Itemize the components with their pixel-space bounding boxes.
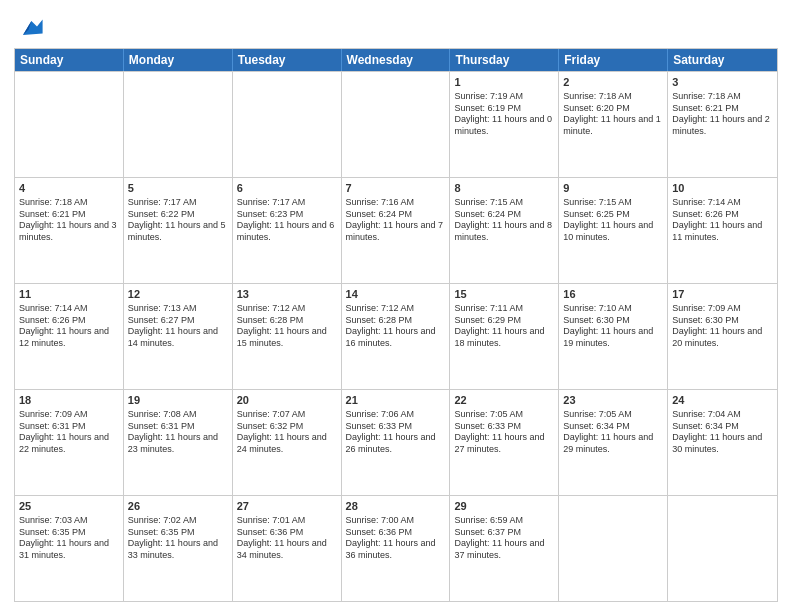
day-cell-empty [124, 72, 233, 177]
day-info: Sunrise: 7:09 AM Sunset: 6:31 PM Dayligh… [19, 409, 119, 456]
header-day-thursday: Thursday [450, 49, 559, 71]
day-info: Sunrise: 7:17 AM Sunset: 6:22 PM Dayligh… [128, 197, 228, 244]
day-cell-7: 7Sunrise: 7:16 AM Sunset: 6:24 PM Daylig… [342, 178, 451, 283]
day-info: Sunrise: 7:12 AM Sunset: 6:28 PM Dayligh… [237, 303, 337, 350]
day-number: 7 [346, 181, 446, 196]
logo [14, 14, 44, 42]
day-cell-23: 23Sunrise: 7:05 AM Sunset: 6:34 PM Dayli… [559, 390, 668, 495]
day-number: 26 [128, 499, 228, 514]
calendar-header-row: SundayMondayTuesdayWednesdayThursdayFrid… [15, 49, 777, 71]
day-cell-28: 28Sunrise: 7:00 AM Sunset: 6:36 PM Dayli… [342, 496, 451, 601]
week-row-2: 4Sunrise: 7:18 AM Sunset: 6:21 PM Daylig… [15, 177, 777, 283]
day-info: Sunrise: 7:15 AM Sunset: 6:25 PM Dayligh… [563, 197, 663, 244]
header-day-tuesday: Tuesday [233, 49, 342, 71]
day-cell-3: 3Sunrise: 7:18 AM Sunset: 6:21 PM Daylig… [668, 72, 777, 177]
day-cell-empty [342, 72, 451, 177]
day-cell-empty [233, 72, 342, 177]
week-row-5: 25Sunrise: 7:03 AM Sunset: 6:35 PM Dayli… [15, 495, 777, 601]
header-day-monday: Monday [124, 49, 233, 71]
day-cell-18: 18Sunrise: 7:09 AM Sunset: 6:31 PM Dayli… [15, 390, 124, 495]
calendar-page: SundayMondayTuesdayWednesdayThursdayFrid… [0, 0, 792, 612]
day-info: Sunrise: 7:10 AM Sunset: 6:30 PM Dayligh… [563, 303, 663, 350]
day-cell-empty [15, 72, 124, 177]
day-info: Sunrise: 7:03 AM Sunset: 6:35 PM Dayligh… [19, 515, 119, 562]
day-number: 17 [672, 287, 773, 302]
day-cell-5: 5Sunrise: 7:17 AM Sunset: 6:22 PM Daylig… [124, 178, 233, 283]
header-day-sunday: Sunday [15, 49, 124, 71]
day-cell-27: 27Sunrise: 7:01 AM Sunset: 6:36 PM Dayli… [233, 496, 342, 601]
day-info: Sunrise: 7:02 AM Sunset: 6:35 PM Dayligh… [128, 515, 228, 562]
day-number: 19 [128, 393, 228, 408]
day-cell-9: 9Sunrise: 7:15 AM Sunset: 6:25 PM Daylig… [559, 178, 668, 283]
day-cell-14: 14Sunrise: 7:12 AM Sunset: 6:28 PM Dayli… [342, 284, 451, 389]
header-day-friday: Friday [559, 49, 668, 71]
day-cell-25: 25Sunrise: 7:03 AM Sunset: 6:35 PM Dayli… [15, 496, 124, 601]
day-info: Sunrise: 7:14 AM Sunset: 6:26 PM Dayligh… [672, 197, 773, 244]
day-cell-12: 12Sunrise: 7:13 AM Sunset: 6:27 PM Dayli… [124, 284, 233, 389]
day-number: 14 [346, 287, 446, 302]
day-cell-16: 16Sunrise: 7:10 AM Sunset: 6:30 PM Dayli… [559, 284, 668, 389]
day-info: Sunrise: 7:16 AM Sunset: 6:24 PM Dayligh… [346, 197, 446, 244]
day-info: Sunrise: 7:05 AM Sunset: 6:34 PM Dayligh… [563, 409, 663, 456]
day-info: Sunrise: 7:15 AM Sunset: 6:24 PM Dayligh… [454, 197, 554, 244]
day-number: 1 [454, 75, 554, 90]
day-info: Sunrise: 7:11 AM Sunset: 6:29 PM Dayligh… [454, 303, 554, 350]
day-number: 3 [672, 75, 773, 90]
day-number: 5 [128, 181, 228, 196]
day-info: Sunrise: 7:06 AM Sunset: 6:33 PM Dayligh… [346, 409, 446, 456]
day-cell-22: 22Sunrise: 7:05 AM Sunset: 6:33 PM Dayli… [450, 390, 559, 495]
day-number: 10 [672, 181, 773, 196]
day-number: 2 [563, 75, 663, 90]
day-number: 4 [19, 181, 119, 196]
day-number: 21 [346, 393, 446, 408]
day-cell-29: 29Sunrise: 6:59 AM Sunset: 6:37 PM Dayli… [450, 496, 559, 601]
day-cell-24: 24Sunrise: 7:04 AM Sunset: 6:34 PM Dayli… [668, 390, 777, 495]
day-info: Sunrise: 7:13 AM Sunset: 6:27 PM Dayligh… [128, 303, 228, 350]
day-number: 11 [19, 287, 119, 302]
day-info: Sunrise: 7:18 AM Sunset: 6:21 PM Dayligh… [19, 197, 119, 244]
week-row-3: 11Sunrise: 7:14 AM Sunset: 6:26 PM Dayli… [15, 283, 777, 389]
day-number: 23 [563, 393, 663, 408]
day-number: 16 [563, 287, 663, 302]
day-cell-10: 10Sunrise: 7:14 AM Sunset: 6:26 PM Dayli… [668, 178, 777, 283]
svg-marker-0 [23, 20, 43, 35]
day-info: Sunrise: 7:09 AM Sunset: 6:30 PM Dayligh… [672, 303, 773, 350]
day-cell-4: 4Sunrise: 7:18 AM Sunset: 6:21 PM Daylig… [15, 178, 124, 283]
day-info: Sunrise: 7:12 AM Sunset: 6:28 PM Dayligh… [346, 303, 446, 350]
day-cell-1: 1Sunrise: 7:19 AM Sunset: 6:19 PM Daylig… [450, 72, 559, 177]
day-number: 20 [237, 393, 337, 408]
day-number: 24 [672, 393, 773, 408]
day-number: 18 [19, 393, 119, 408]
day-cell-19: 19Sunrise: 7:08 AM Sunset: 6:31 PM Dayli… [124, 390, 233, 495]
day-cell-20: 20Sunrise: 7:07 AM Sunset: 6:32 PM Dayli… [233, 390, 342, 495]
day-cell-empty [559, 496, 668, 601]
day-number: 8 [454, 181, 554, 196]
calendar: SundayMondayTuesdayWednesdayThursdayFrid… [14, 48, 778, 602]
day-number: 15 [454, 287, 554, 302]
day-number: 25 [19, 499, 119, 514]
calendar-body: 1Sunrise: 7:19 AM Sunset: 6:19 PM Daylig… [15, 71, 777, 601]
day-info: Sunrise: 6:59 AM Sunset: 6:37 PM Dayligh… [454, 515, 554, 562]
logo-bird-icon [16, 14, 44, 42]
day-info: Sunrise: 7:01 AM Sunset: 6:36 PM Dayligh… [237, 515, 337, 562]
day-info: Sunrise: 7:18 AM Sunset: 6:21 PM Dayligh… [672, 91, 773, 138]
day-number: 6 [237, 181, 337, 196]
day-info: Sunrise: 7:04 AM Sunset: 6:34 PM Dayligh… [672, 409, 773, 456]
header-day-wednesday: Wednesday [342, 49, 451, 71]
day-number: 9 [563, 181, 663, 196]
header-day-saturday: Saturday [668, 49, 777, 71]
day-info: Sunrise: 7:14 AM Sunset: 6:26 PM Dayligh… [19, 303, 119, 350]
day-number: 13 [237, 287, 337, 302]
day-info: Sunrise: 7:05 AM Sunset: 6:33 PM Dayligh… [454, 409, 554, 456]
day-cell-2: 2Sunrise: 7:18 AM Sunset: 6:20 PM Daylig… [559, 72, 668, 177]
day-info: Sunrise: 7:00 AM Sunset: 6:36 PM Dayligh… [346, 515, 446, 562]
day-cell-empty [668, 496, 777, 601]
week-row-4: 18Sunrise: 7:09 AM Sunset: 6:31 PM Dayli… [15, 389, 777, 495]
day-cell-6: 6Sunrise: 7:17 AM Sunset: 6:23 PM Daylig… [233, 178, 342, 283]
week-row-1: 1Sunrise: 7:19 AM Sunset: 6:19 PM Daylig… [15, 71, 777, 177]
day-info: Sunrise: 7:17 AM Sunset: 6:23 PM Dayligh… [237, 197, 337, 244]
day-cell-11: 11Sunrise: 7:14 AM Sunset: 6:26 PM Dayli… [15, 284, 124, 389]
day-cell-26: 26Sunrise: 7:02 AM Sunset: 6:35 PM Dayli… [124, 496, 233, 601]
day-number: 27 [237, 499, 337, 514]
day-cell-17: 17Sunrise: 7:09 AM Sunset: 6:30 PM Dayli… [668, 284, 777, 389]
